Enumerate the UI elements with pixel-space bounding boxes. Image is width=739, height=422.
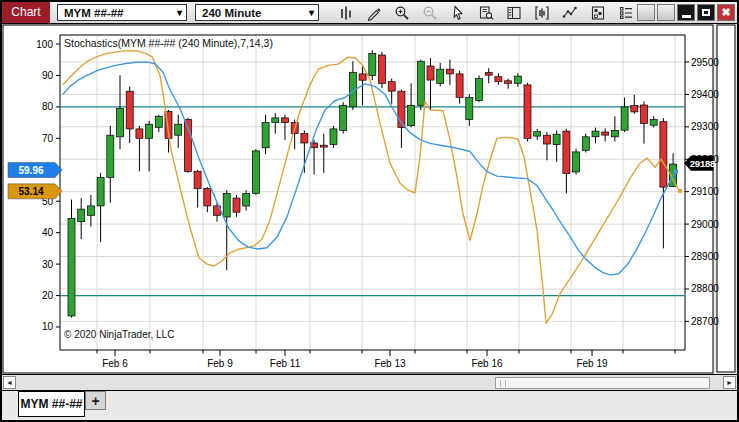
candle-up <box>650 120 657 126</box>
candle-down <box>456 74 463 98</box>
candle-up <box>369 53 376 75</box>
window-title: Chart <box>2 2 50 23</box>
candle-down <box>427 66 434 80</box>
blank-button-1 <box>637 4 655 21</box>
scroll-left-button[interactable]: ◄ <box>3 376 16 389</box>
right-axis-label: 29400 <box>691 89 719 100</box>
candle-up <box>534 132 541 136</box>
x-axis-label: Feb 13 <box>374 358 406 369</box>
left-axis-label: 70 <box>42 133 54 144</box>
candle-up <box>97 178 104 206</box>
left-axis-label: 80 <box>42 101 54 112</box>
horizontal-scrollbar[interactable]: ◄ ► <box>2 374 737 391</box>
data-box-icon[interactable] <box>478 5 494 21</box>
candle-up <box>408 105 415 125</box>
right-axis-label: 28900 <box>691 251 719 262</box>
zoom-in-icon[interactable] <box>394 5 410 21</box>
chevron-down-icon: ▾ <box>309 7 314 18</box>
right-axis-label: 28700 <box>691 316 719 327</box>
add-tab-button[interactable]: + <box>85 391 106 410</box>
candle-down <box>485 73 492 76</box>
scrollbar-grip-icon <box>500 380 506 387</box>
candle-down <box>233 198 240 212</box>
candle-up <box>175 124 182 135</box>
instrument-dropdown[interactable]: MYM ##-## ▾ <box>57 4 187 21</box>
candle-down <box>359 74 366 80</box>
candle-down <box>631 106 638 112</box>
candle-up <box>340 105 347 130</box>
right-axis-label: 29100 <box>691 186 719 197</box>
candle-down <box>602 132 609 135</box>
candle-down <box>524 85 531 138</box>
x-axis-label: Feb 16 <box>471 358 503 369</box>
left-axis-label: 90 <box>42 70 54 81</box>
bar-type-icon[interactable] <box>534 5 550 21</box>
candle-up <box>466 98 473 120</box>
x-axis-label: Feb 9 <box>207 358 233 369</box>
right-axis-label: 28800 <box>691 283 719 294</box>
candle-up <box>592 131 599 137</box>
candle-up <box>117 109 124 137</box>
right-axis-label: 29000 <box>691 219 719 230</box>
vertical-scroll-strip[interactable] <box>717 25 735 372</box>
blank-button-2 <box>657 4 675 21</box>
candle-up <box>243 193 250 206</box>
stoch-k-line-end-marker <box>674 169 678 173</box>
scroll-right-button[interactable]: ► <box>723 376 736 389</box>
strategies-icon[interactable] <box>590 5 606 21</box>
restore-button[interactable] <box>697 4 715 21</box>
toolbar-icons <box>338 5 634 21</box>
cursor-icon[interactable] <box>450 5 466 21</box>
properties-icon[interactable] <box>618 5 634 21</box>
candle-up <box>87 206 94 215</box>
instrument-value: MYM ##-## <box>64 7 123 19</box>
d-value-tag-label: 53.14 <box>18 186 43 197</box>
candle-up <box>476 79 483 101</box>
chart-trader-icon[interactable] <box>506 5 522 21</box>
tab-bar: MYM ##-## + <box>2 391 737 420</box>
scrollbar-thumb[interactable] <box>495 377 710 389</box>
window-buttons: ✖ <box>637 4 735 21</box>
candle-down <box>136 129 143 138</box>
candle-down <box>446 69 453 74</box>
left-axis-label: 30 <box>42 259 54 270</box>
copyright: © 2020 NinjaTrader, LLC <box>64 329 174 340</box>
candle-down <box>543 135 550 144</box>
left-axis-label: 10 <box>42 321 54 332</box>
indicator-label: Stochastics(MYM ##-## (240 Minute),7,14,… <box>64 37 273 49</box>
candle-down <box>660 122 667 187</box>
candle-up <box>514 76 521 83</box>
candle-up <box>155 116 162 127</box>
candle-up <box>437 69 444 83</box>
candle-down <box>505 81 512 84</box>
close-button[interactable]: ✖ <box>717 4 735 21</box>
candle-up <box>223 193 230 217</box>
x-axis-label: Feb 11 <box>270 358 301 369</box>
chart-window: 1009080706050403020102950029400293002920… <box>0 0 739 422</box>
zoom-out-icon <box>422 5 438 21</box>
candle-up <box>272 118 279 123</box>
indicators-icon[interactable] <box>562 5 578 21</box>
candle-up <box>582 137 589 151</box>
chart-style-icon[interactable] <box>338 5 354 21</box>
candle-up <box>611 131 618 137</box>
left-axis-label: 40 <box>42 227 54 238</box>
minimize-button[interactable] <box>677 4 695 21</box>
candle-up <box>417 61 424 105</box>
candle-down <box>641 105 648 124</box>
k-value-tag-label: 59.96 <box>18 165 43 176</box>
price-tag-label: 29188 <box>690 158 715 169</box>
draw-icon[interactable] <box>366 5 382 21</box>
right-axis-label: 29300 <box>691 121 719 132</box>
interval-dropdown[interactable]: 240 Minute ▾ <box>195 4 319 21</box>
candle-up <box>107 135 114 177</box>
candle-up <box>262 123 269 148</box>
candle-down <box>194 171 201 188</box>
chart-region <box>3 25 713 373</box>
title-bar: Chart MYM ##-## ▾ 240 Minute ▾ ✖ <box>2 2 737 24</box>
candle-up <box>573 152 580 172</box>
candle-down <box>301 134 308 143</box>
tab-mym[interactable]: MYM ##-## <box>18 391 85 417</box>
candle-down <box>379 55 386 83</box>
candle-down <box>282 118 289 123</box>
